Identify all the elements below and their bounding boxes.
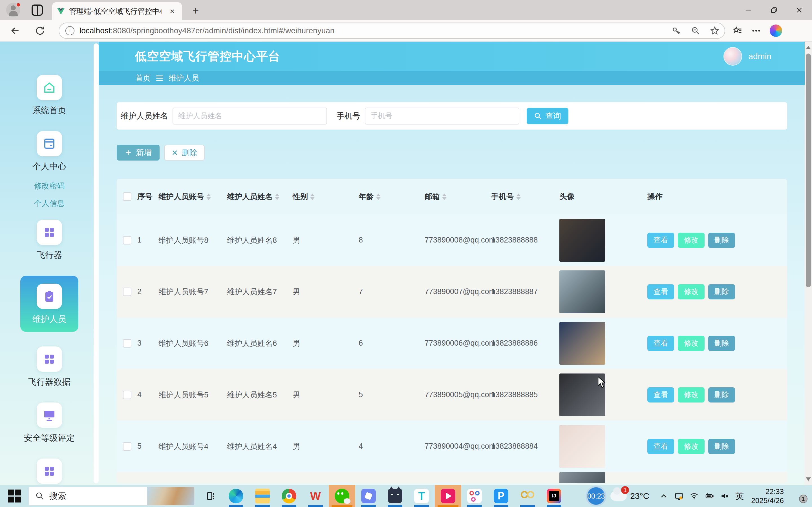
col-email[interactable]: 邮箱: [424, 191, 491, 202]
tab-close-icon[interactable]: ×: [167, 6, 177, 16]
row-delete-button[interactable]: 删除: [708, 387, 735, 402]
row-delete-button[interactable]: 删除: [708, 336, 735, 351]
back-button[interactable]: [8, 24, 22, 38]
input-method-indicator[interactable]: 英: [735, 490, 744, 502]
row-delete-button[interactable]: 删除: [708, 233, 735, 248]
view-button[interactable]: 查看: [647, 439, 674, 454]
scroll-down-arrow[interactable]: [805, 474, 812, 484]
sidebar-item-system-home[interactable]: 系统首页: [33, 75, 66, 116]
sidebar-item-safety-rating[interactable]: 安全等级评定: [24, 402, 75, 444]
sidebar-item-personal-center[interactable]: 个人中心: [33, 131, 66, 172]
url-text[interactable]: localhost:8080/springboothoy487er/admin/…: [80, 26, 667, 35]
refresh-button[interactable]: [33, 24, 47, 38]
col-name[interactable]: 维护人员姓名: [227, 191, 293, 202]
taskbar-pink-app[interactable]: [435, 485, 461, 507]
close-button[interactable]: [786, 0, 812, 20]
taskbar-cat-app[interactable]: [385, 485, 405, 507]
view-button[interactable]: 查看: [647, 233, 674, 248]
view-button[interactable]: 查看: [647, 387, 674, 402]
page-scrollbar[interactable]: [805, 42, 812, 485]
breadcrumb-home[interactable]: 首页: [135, 73, 151, 83]
start-button[interactable]: [8, 490, 21, 503]
view-button[interactable]: 查看: [647, 336, 674, 351]
sidebar-item-label: 个人中心: [33, 161, 66, 172]
taskbar-wps[interactable]: W: [305, 485, 326, 507]
taskbar-clock[interactable]: 22:33 2025/4/26: [751, 487, 784, 505]
col-age[interactable]: 年龄: [359, 191, 424, 202]
user-avatar[interactable]: [723, 47, 742, 66]
battery-icon[interactable]: [705, 492, 714, 501]
user-box[interactable]: admin: [723, 42, 771, 71]
scroll-up-arrow[interactable]: [805, 43, 812, 52]
cast-icon[interactable]: [674, 492, 683, 501]
task-view-icon[interactable]: [204, 489, 218, 503]
site-info-icon[interactable]: i: [65, 26, 74, 35]
edit-button[interactable]: 修改: [678, 284, 705, 299]
avatar-photo[interactable]: [559, 270, 605, 313]
address-bar[interactable]: i localhost:8080/springboothoy487er/admi…: [59, 22, 725, 39]
row-checkbox[interactable]: [123, 339, 132, 348]
search-highlight-image[interactable]: [147, 487, 194, 505]
edit-button[interactable]: 修改: [678, 387, 705, 402]
taskbar-rings-app[interactable]: [517, 485, 538, 507]
row-checkbox[interactable]: [123, 236, 132, 244]
weather-widget[interactable]: 1 23°C: [610, 491, 649, 501]
sidebar-link-change-password[interactable]: 修改密码: [34, 181, 64, 191]
chevron-up-icon[interactable]: [659, 492, 668, 501]
taskbar-wechat[interactable]: [329, 485, 355, 507]
query-button[interactable]: 查询: [527, 108, 568, 124]
zoom-out-icon[interactable]: [691, 26, 700, 36]
add-button[interactable]: 新增: [117, 145, 160, 161]
avatar-photo[interactable]: [559, 219, 605, 262]
row-checkbox[interactable]: [123, 442, 132, 451]
browser-profile-avatar[interactable]: [6, 3, 20, 17]
taskbar-search[interactable]: 搜索: [29, 487, 195, 505]
scrollbar-thumb[interactable]: [806, 54, 811, 287]
sidebar-link-personal-info[interactable]: 个人信息: [34, 198, 64, 209]
wifi-icon[interactable]: [690, 492, 699, 501]
select-all-checkbox[interactable]: [123, 192, 132, 201]
sidebar-item-aircraft-data[interactable]: 飞行器数据: [28, 346, 70, 388]
sidebar-item-maintenance-staff[interactable]: 维护人员: [20, 276, 79, 332]
restore-button[interactable]: [761, 0, 786, 20]
sidebar-item-aircraft[interactable]: 飞行器: [37, 220, 62, 261]
avatar-photo[interactable]: [559, 425, 605, 468]
favorites-bar-icon[interactable]: [732, 25, 743, 36]
taskbar-chrome[interactable]: [279, 485, 299, 507]
taskbar-idea[interactable]: IJ: [544, 485, 564, 507]
taskbar-p-app[interactable]: P: [491, 485, 511, 507]
speaker-muted-icon[interactable]: [720, 492, 729, 501]
taskbar-notes-app[interactable]: [358, 485, 378, 507]
avatar-photo[interactable]: [559, 322, 605, 365]
name-filter-input[interactable]: [172, 108, 327, 124]
edit-button[interactable]: 修改: [678, 336, 705, 351]
taskbar-knot-app[interactable]: [464, 485, 485, 507]
col-phone[interactable]: 手机号: [491, 191, 559, 202]
edit-button[interactable]: 修改: [678, 439, 705, 454]
row-checkbox[interactable]: [123, 391, 132, 399]
row-delete-button[interactable]: 删除: [708, 284, 735, 299]
browser-tab[interactable]: 管理端-低空空域飞行管控中心平台 ×: [52, 2, 182, 20]
row-checkbox[interactable]: [123, 288, 132, 296]
delete-button[interactable]: 删除: [164, 145, 205, 161]
taskbar-edge[interactable]: [226, 485, 246, 507]
taskbar-t-app[interactable]: T: [411, 485, 432, 507]
avatar-photo[interactable]: [559, 472, 605, 483]
settings-ellipsis-icon[interactable]: [751, 25, 761, 36]
col-account[interactable]: 维护人员账号: [158, 191, 227, 202]
row-delete-button[interactable]: 删除: [708, 439, 735, 454]
phone-filter-input[interactable]: [365, 108, 519, 124]
col-gender[interactable]: 性别: [293, 191, 359, 202]
copilot-icon[interactable]: [770, 24, 782, 37]
taskbar-file-explorer[interactable]: [252, 485, 273, 507]
new-tab-button[interactable]: +: [190, 4, 202, 17]
minimize-button[interactable]: [736, 0, 761, 20]
notification-center[interactable]: 1: [792, 491, 805, 501]
workspaces-icon[interactable]: [32, 4, 43, 16]
sidebar-item-push-messages[interactable]: 推送消息: [33, 459, 66, 485]
password-key-icon[interactable]: [672, 26, 681, 36]
edit-button[interactable]: 修改: [678, 233, 705, 248]
view-button[interactable]: 查看: [647, 284, 674, 299]
favorite-star-icon[interactable]: [710, 26, 719, 36]
timer-widget[interactable]: 00:23: [586, 486, 606, 506]
